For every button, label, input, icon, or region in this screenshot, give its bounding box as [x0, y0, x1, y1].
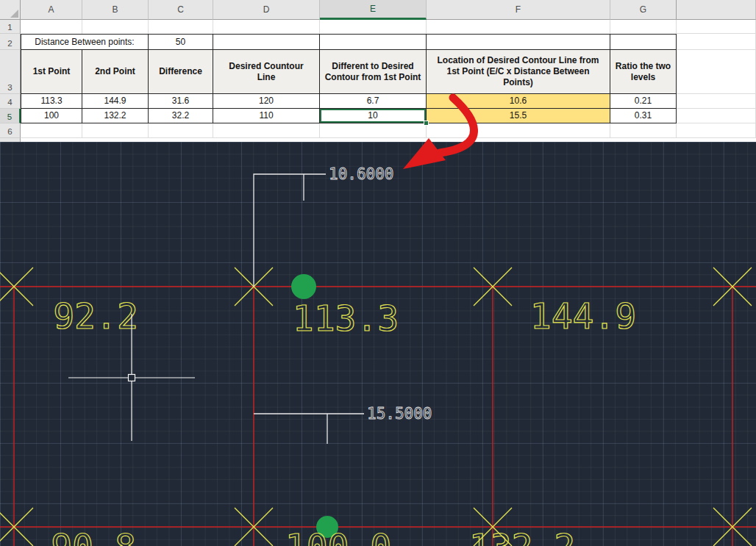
cell-E5-active[interactable]: 10 — [320, 109, 427, 123]
column-header-b[interactable]: B — [82, 0, 149, 20]
cell-B6[interactable] — [82, 123, 149, 138]
cell-E1[interactable] — [320, 20, 427, 34]
cell-G1[interactable] — [610, 20, 677, 34]
select-all-triangle-icon — [10, 10, 18, 18]
row-header-1[interactable]: 1 — [0, 20, 21, 34]
level-label-90-8[interactable]: 90.8 — [51, 526, 136, 546]
column-header-g[interactable]: G — [610, 0, 677, 20]
level-label-113-3[interactable]: 113.3 — [293, 298, 399, 339]
header-ratio[interactable]: Ratio the two levels — [610, 50, 677, 94]
column-header-d[interactable]: D — [213, 0, 320, 20]
column-header-a[interactable]: A — [21, 0, 82, 20]
level-label-144-9[interactable]: 144.9 — [530, 295, 637, 337]
cell-G4[interactable]: 0.21 — [610, 94, 677, 109]
cell-F5-highlighted[interactable]: 15.5 — [427, 109, 610, 123]
row-header-4[interactable]: 4 — [0, 94, 21, 109]
column-header-c[interactable]: C — [149, 0, 213, 20]
cell-B4[interactable]: 144.9 — [82, 94, 149, 109]
cell-B1[interactable] — [82, 20, 149, 34]
green-point-top[interactable] — [291, 274, 316, 299]
cell-G5[interactable]: 0.31 — [610, 109, 677, 123]
fill-handle[interactable] — [424, 121, 429, 126]
cell-F6[interactable] — [427, 123, 610, 138]
cell-E5-value: 10 — [368, 110, 377, 121]
cad-drawing: 10.6000 15.5000 92.2 113.3 144.9 90.8 10… — [0, 142, 756, 546]
cell-E4[interactable]: 6.7 — [320, 94, 427, 109]
row-header-3[interactable]: 3 — [0, 50, 21, 94]
cell-C1[interactable] — [149, 20, 213, 34]
cell-H3[interactable] — [677, 50, 756, 94]
cell-F1[interactable] — [427, 20, 610, 34]
cell-F4-highlighted[interactable]: 10.6 — [427, 94, 610, 109]
cad-viewport[interactable]: 10.6000 15.5000 92.2 113.3 144.9 90.8 10… — [0, 142, 756, 546]
header-different-to-desired[interactable]: Different to Desired Contour from 1st Po… — [320, 50, 427, 94]
header-location-of-contour[interactable]: Location of Desired Contour Line from 1s… — [427, 50, 610, 94]
cell-D6[interactable] — [213, 123, 320, 138]
dimension-text-15-5000[interactable]: 15.5000 — [367, 405, 432, 423]
header-difference[interactable]: Difference — [149, 50, 213, 94]
cell-D5[interactable]: 110 — [213, 109, 320, 123]
cell-D4[interactable]: 120 — [213, 94, 320, 109]
cell-H6[interactable] — [677, 123, 756, 138]
cell-A6[interactable] — [21, 123, 82, 138]
column-header-f[interactable]: F — [427, 0, 610, 20]
cell-F2[interactable] — [427, 34, 610, 50]
cell-distance-label[interactable]: Distance Between points: — [21, 34, 149, 50]
level-label-92-2[interactable]: 92.2 — [53, 295, 138, 337]
header-desired-contour-line[interactable]: Desired Countour Line — [213, 50, 320, 94]
column-header-e-selected[interactable]: E — [320, 0, 427, 20]
level-label-132-2[interactable]: 132.2 — [469, 526, 576, 546]
row-header-2[interactable]: 2 — [0, 34, 21, 50]
dimension-leader-top[interactable] — [254, 174, 326, 287]
dimension-leader-bottom[interactable] — [254, 414, 364, 444]
header-1st-point[interactable]: 1st Point — [21, 50, 82, 94]
cell-E6[interactable] — [320, 123, 427, 138]
header-2nd-point[interactable]: 2nd Point — [82, 50, 149, 94]
select-all-corner[interactable] — [0, 0, 21, 20]
spreadsheet[interactable]: A B C D E F G 1 2 Distance Between point… — [0, 0, 756, 142]
cell-G6[interactable] — [610, 123, 677, 138]
cell-H5[interactable] — [677, 109, 756, 123]
cell-H4[interactable] — [677, 94, 756, 109]
cell-A5[interactable]: 100 — [21, 109, 82, 123]
cell-H1[interactable] — [677, 20, 756, 34]
pickbox-icon — [129, 375, 135, 381]
cell-A1[interactable] — [21, 20, 82, 34]
dimension-text-10-6000[interactable]: 10.6000 — [329, 165, 394, 183]
row-header-6[interactable]: 6 — [0, 123, 21, 138]
cell-A4[interactable]: 113.3 — [21, 94, 82, 109]
cell-D1[interactable] — [213, 20, 320, 34]
cell-B5[interactable]: 132.2 — [82, 109, 149, 123]
cell-C6[interactable] — [149, 123, 213, 138]
column-header-blank — [677, 0, 756, 20]
cell-C4[interactable]: 31.6 — [149, 94, 213, 109]
cell-distance-value[interactable]: 50 — [149, 34, 213, 50]
cell-G2[interactable] — [610, 34, 677, 50]
cell-C5[interactable]: 32.2 — [149, 109, 213, 123]
row-header-5-selected[interactable]: 5 — [0, 109, 21, 123]
cell-H2[interactable] — [677, 34, 756, 50]
cell-D2[interactable] — [213, 34, 320, 50]
level-label-100-0[interactable]: 100.0 — [285, 526, 392, 546]
cell-E2[interactable] — [320, 34, 427, 50]
